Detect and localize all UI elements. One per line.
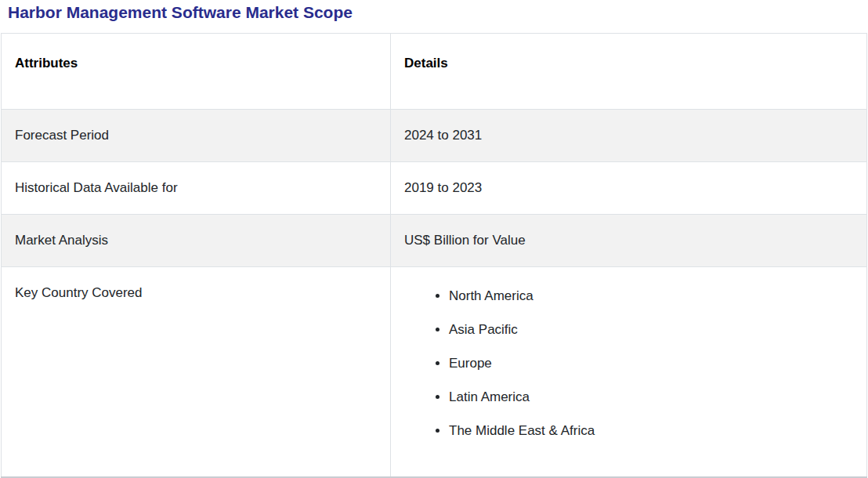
detail-cell: US$ Billion for Value bbox=[391, 215, 867, 267]
table-row-market-analysis: Market Analysis US$ Billion for Value bbox=[2, 215, 867, 267]
region-list-item: North America bbox=[449, 288, 866, 304]
detail-cell: 2024 to 2031 bbox=[391, 110, 867, 162]
column-header-details: Details bbox=[391, 34, 867, 110]
region-list: North America Asia Pacific Europe Latin … bbox=[404, 288, 866, 439]
detail-cell: North America Asia Pacific Europe Latin … bbox=[391, 267, 867, 477]
attribute-cell: Key Country Covered bbox=[2, 267, 391, 477]
region-list-item: Europe bbox=[449, 356, 866, 371]
table-row-historical-data: Historical Data Available for 2019 to 20… bbox=[2, 162, 867, 215]
attribute-cell: Historical Data Available for bbox=[2, 162, 391, 215]
attribute-cell: Market Analysis bbox=[2, 215, 391, 267]
table-row-key-country-covered: Key Country Covered North America Asia P… bbox=[2, 267, 867, 477]
market-scope-table: Attributes Details Forecast Period 2024 … bbox=[1, 33, 867, 478]
region-list-item: Latin America bbox=[449, 389, 866, 405]
page: Harbor Management Software Market Scope … bbox=[0, 0, 868, 478]
column-header-attributes: Attributes bbox=[2, 34, 391, 110]
region-list-item: Asia Pacific bbox=[449, 322, 866, 338]
attribute-cell: Forecast Period bbox=[2, 110, 391, 162]
table-header-row: Attributes Details bbox=[2, 34, 867, 110]
detail-cell: 2019 to 2023 bbox=[391, 162, 867, 215]
region-list-item: The Middle East & Africa bbox=[449, 423, 866, 439]
table-row-forecast-period: Forecast Period 2024 to 2031 bbox=[2, 110, 867, 162]
page-title: Harbor Management Software Market Scope bbox=[0, 0, 868, 22]
